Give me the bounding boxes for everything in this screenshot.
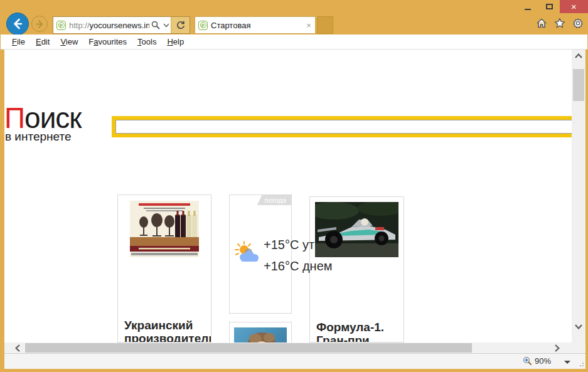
home-button[interactable]	[535, 17, 548, 29]
article-image-f1[interactable]	[315, 202, 398, 260]
menu-bar: File Edit View Favourites Tools Help	[1, 35, 587, 50]
article-image-person[interactable]	[234, 327, 291, 343]
minimize-icon	[525, 9, 531, 10]
vertical-scroll-thumb[interactable]	[573, 69, 584, 101]
menu-file[interactable]: File	[12, 37, 25, 46]
refresh-button[interactable]	[171, 17, 190, 33]
address-bar[interactable]: p http://yocoursenews.info/r	[53, 16, 190, 34]
zoom-magnifier-icon	[523, 356, 532, 366]
url-text[interactable]: http://yocoursenews.info/r	[69, 21, 149, 30]
close-icon: ×	[571, 1, 577, 12]
article-title-wine[interactable]: Украинский производитель прикладывает ог…	[124, 319, 211, 343]
forward-button[interactable]	[31, 16, 48, 32]
article-card-wine[interactable]: Украинский производитель прикладывает ог…	[117, 194, 211, 343]
scroll-up-button[interactable]	[572, 50, 585, 62]
back-button[interactable]	[6, 13, 29, 35]
menu-edit[interactable]: Edit	[36, 37, 50, 46]
site-logo: Поиск	[4, 105, 81, 131]
resize-grip[interactable]	[577, 360, 584, 366]
back-arrow-icon	[11, 18, 24, 30]
search-input[interactable]	[115, 120, 572, 134]
forward-arrow-icon	[35, 19, 45, 29]
horizontal-scrollbar[interactable]	[4, 343, 572, 353]
chevron-right-icon	[555, 344, 560, 352]
browser-window: × p http://yocoursenews.info/r p Стартов…	[0, 0, 588, 372]
chevron-up-icon	[575, 53, 582, 58]
scroll-left-button[interactable]	[8, 343, 27, 353]
horizontal-scroll-thumb[interactable]	[25, 343, 472, 353]
close-button[interactable]: ×	[560, 0, 588, 13]
home-icon	[536, 18, 547, 29]
chevron-left-icon	[15, 344, 20, 352]
search-box	[112, 116, 572, 137]
scrollbar-corner	[572, 343, 585, 353]
toolbar-icons	[535, 17, 584, 29]
menu-help[interactable]: Help	[167, 37, 184, 46]
favorites-button[interactable]	[553, 17, 566, 29]
tab-close-button[interactable]: ×	[302, 21, 315, 30]
day-temperature: +16°C днем	[264, 259, 333, 274]
menu-favourites[interactable]: Favourites	[88, 37, 127, 46]
site-favicon-icon: p	[56, 21, 66, 30]
logo-subtitle: в интернете	[5, 130, 72, 144]
scroll-right-button[interactable]	[548, 343, 567, 353]
tab-title: Стартовая	[211, 21, 302, 30]
tab-startovaya[interactable]: p Стартовая ×	[195, 16, 316, 34]
star-icon	[554, 18, 565, 29]
url-scheme: http://	[69, 21, 90, 30]
settings-button[interactable]	[572, 17, 584, 29]
zoom-control[interactable]: 90%	[523, 356, 551, 366]
chevron-down-icon	[575, 324, 582, 329]
weather-tab-label: погода	[257, 195, 291, 205]
minimize-button[interactable]	[517, 0, 538, 13]
article-card-person[interactable]	[229, 322, 292, 343]
maximize-button[interactable]	[538, 0, 560, 13]
article-image-wine[interactable]	[130, 201, 199, 260]
gear-icon	[572, 18, 584, 29]
page-content: Поиск в интернете	[4, 50, 572, 343]
navigation-bar: p http://yocoursenews.info/r p Стартовая…	[0, 14, 588, 35]
refresh-icon	[176, 21, 185, 29]
url-host: yocoursenews.info	[90, 21, 149, 30]
address-dropdown-caret-icon[interactable]	[162, 23, 171, 27]
article-title-f1[interactable]: Формула-1. Гран-при Мексики. Хэмилтон вы…	[316, 321, 404, 343]
window-controls: ×	[517, 0, 588, 13]
menu-view[interactable]: View	[60, 37, 78, 46]
vertical-scrollbar[interactable]	[572, 50, 585, 343]
menu-tools[interactable]: Tools	[137, 37, 156, 46]
partly-cloudy-icon	[233, 240, 262, 267]
zoom-level-label: 90%	[535, 356, 551, 366]
status-bar: 90%	[4, 353, 585, 369]
search-icon[interactable]	[149, 21, 162, 29]
scroll-down-button[interactable]	[572, 321, 585, 333]
weather-widget: погода	[229, 194, 292, 314]
zoom-dropdown-caret-icon[interactable]	[564, 361, 570, 364]
window-bottom-border	[0, 369, 588, 372]
title-bar: ×	[0, 0, 588, 14]
tab-favicon-icon: p	[198, 21, 208, 30]
new-tab-button[interactable]	[317, 16, 333, 34]
maximize-icon	[546, 4, 553, 9]
